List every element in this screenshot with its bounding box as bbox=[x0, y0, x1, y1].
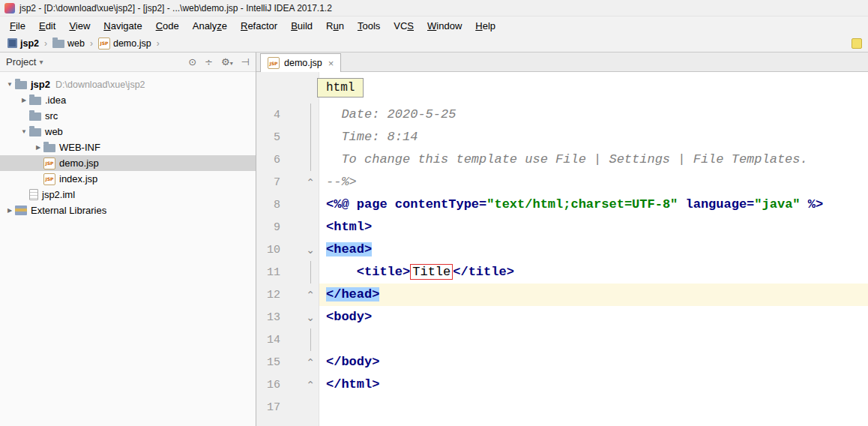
code-line-content[interactable]: To change this template use File | Setti… bbox=[319, 148, 868, 171]
fold-marker[interactable]: ⌄ bbox=[304, 238, 317, 261]
tab-label: demo.jsp bbox=[284, 58, 322, 68]
code-line-content[interactable]: <head> bbox=[319, 238, 868, 261]
fold-guide-line bbox=[310, 261, 311, 284]
editor-line-15: 15⌃</body> bbox=[256, 351, 868, 374]
chevron-down-icon[interactable]: ▾ bbox=[39, 58, 43, 66]
editor-line-6: 6 To change this template use File | Set… bbox=[256, 148, 868, 171]
nav-bar: jsp2›web›JSPdemo.jsp› bbox=[0, 34, 868, 52]
menu-item-refactor[interactable]: Refactor bbox=[234, 18, 284, 34]
settings-gear-icon[interactable]: ⚙▾ bbox=[221, 56, 233, 68]
chevron-right-icon[interactable]: ▶ bbox=[33, 144, 43, 151]
line-number: 17 bbox=[261, 401, 280, 414]
code-token: Title bbox=[410, 264, 453, 280]
editor-body[interactable]: 4 Date: 2020-5-255 Time: 8:146 To change… bbox=[256, 72, 868, 426]
tree-item-external-libraries[interactable]: ▶External Libraries bbox=[0, 202, 256, 218]
code-line-content[interactable]: Time: 8:14 bbox=[319, 126, 868, 148]
menu-item-view[interactable]: View bbox=[62, 18, 97, 34]
folder-icon bbox=[52, 40, 64, 48]
chevron-right-icon: › bbox=[90, 38, 93, 49]
menu-item-tools[interactable]: Tools bbox=[351, 18, 387, 34]
fold-marker[interactable]: ⌃ bbox=[304, 284, 317, 306]
chevron-down-icon[interactable]: ▼ bbox=[4, 81, 15, 88]
breadcrumb-label: web bbox=[67, 38, 85, 49]
chevron-down-icon[interactable]: ▼ bbox=[19, 128, 29, 135]
project-panel-title[interactable]: Project bbox=[6, 56, 36, 68]
tree-item-web[interactable]: ▼web bbox=[0, 124, 256, 140]
gutter-cell: 6 bbox=[256, 148, 319, 171]
tree-item-demo-jsp[interactable]: JSPdemo.jsp bbox=[0, 155, 256, 171]
menu-bar: FileEditViewNavigateCodeAnalyzeRefactorB… bbox=[0, 16, 868, 34]
code-line-content[interactable] bbox=[319, 396, 868, 418]
menu-mnemonic: N bbox=[103, 20, 110, 32]
chevron-right-icon: › bbox=[157, 38, 160, 49]
gutter-cell: 13⌄ bbox=[256, 306, 319, 328]
gutter-cell: 8 bbox=[256, 194, 319, 216]
tag-tooltip: html bbox=[317, 78, 364, 98]
gutter-cell: 12⌃ bbox=[256, 284, 319, 306]
chevron-right-icon[interactable]: ▶ bbox=[4, 207, 15, 214]
code-line-content[interactable]: <html> bbox=[319, 216, 868, 238]
folder-icon bbox=[29, 128, 41, 136]
code-line-content[interactable]: <title>Title</title> bbox=[319, 261, 868, 284]
breadcrumb-item-web[interactable]: web bbox=[51, 38, 86, 50]
menu-item-help[interactable]: Help bbox=[468, 18, 502, 34]
code-line-content[interactable]: --%> bbox=[319, 171, 868, 194]
fold-marker[interactable]: ⌃ bbox=[304, 171, 317, 194]
breadcrumb-item-demo-jsp[interactable]: JSPdemo.jsp bbox=[97, 37, 153, 50]
tab-demo-jsp[interactable]: JSP demo.jsp × bbox=[260, 53, 341, 72]
code-token: </head> bbox=[326, 287, 379, 302]
code-line-content[interactable]: Date: 2020-5-25 bbox=[319, 104, 868, 126]
menu-item-build[interactable]: Build bbox=[284, 18, 319, 34]
tree-item-jsp2-iml[interactable]: jsp2.iml bbox=[0, 187, 256, 202]
jsp-file-icon: JSP bbox=[98, 38, 110, 50]
tree-item-label: WEB-INF bbox=[59, 142, 100, 153]
menu-item-analyze[interactable]: Analyze bbox=[186, 18, 234, 34]
jsp-file-icon: JSP bbox=[43, 173, 55, 185]
menu-item-run[interactable]: Run bbox=[319, 18, 351, 34]
code-token: </html> bbox=[326, 377, 379, 392]
gutter-cell: 9 bbox=[256, 216, 319, 238]
code-token: --%> bbox=[326, 175, 357, 189]
notification-icon[interactable] bbox=[852, 38, 862, 49]
menu-mnemonic: F bbox=[10, 20, 16, 32]
scroll-from-source-icon[interactable]: ⊙ bbox=[188, 56, 196, 68]
tree-item-jsp2[interactable]: ▼jsp2D:\download\xue\jsp2 bbox=[0, 76, 256, 92]
tree-item-index-jsp[interactable]: JSPindex.jsp bbox=[0, 171, 256, 187]
fold-guide-line bbox=[310, 148, 311, 171]
fold-marker[interactable]: ⌄ bbox=[304, 306, 317, 328]
menu-item-file[interactable]: File bbox=[3, 18, 32, 34]
menu-item-code[interactable]: Code bbox=[149, 18, 186, 34]
menu-item-window[interactable]: Window bbox=[421, 18, 468, 34]
menu-item-vcs[interactable]: VCS bbox=[387, 18, 421, 34]
code-line-content[interactable]: <body> bbox=[319, 306, 868, 328]
tree-item-label: jsp2.iml bbox=[42, 189, 75, 200]
line-number: 6 bbox=[261, 154, 280, 166]
tree-item-idea[interactable]: ▶.idea bbox=[0, 92, 256, 108]
fold-marker[interactable]: ⌃ bbox=[304, 351, 317, 374]
gutter-cell: 14 bbox=[256, 328, 319, 351]
tree-item-src[interactable]: src bbox=[0, 108, 256, 124]
close-icon[interactable]: × bbox=[328, 58, 334, 69]
fold-marker[interactable]: ⌃ bbox=[304, 374, 317, 396]
library-icon bbox=[15, 206, 27, 215]
breadcrumb-label: jsp2 bbox=[20, 38, 39, 49]
fold-guide bbox=[304, 126, 317, 148]
menu-mnemonic: W bbox=[427, 20, 436, 32]
line-number: 4 bbox=[261, 109, 280, 122]
collapse-all-icon[interactable]: ÷ bbox=[205, 56, 213, 68]
breadcrumb-item-jsp2[interactable]: jsp2 bbox=[6, 38, 40, 50]
code-line-content[interactable]: </html> bbox=[319, 374, 868, 396]
menu-item-navigate[interactable]: Navigate bbox=[97, 18, 148, 34]
menu-item-edit[interactable]: Edit bbox=[32, 18, 62, 34]
code-line-content[interactable]: </body> bbox=[319, 351, 868, 374]
code-line-content[interactable]: </head> bbox=[319, 284, 868, 306]
chevron-right-icon[interactable]: ▶ bbox=[19, 97, 29, 104]
hide-panel-icon[interactable]: ⊣ bbox=[241, 56, 250, 68]
fold-guide-line bbox=[310, 328, 311, 351]
fold-guide bbox=[304, 148, 317, 171]
code-token: </body> bbox=[326, 355, 379, 369]
tree-item-web-inf[interactable]: ▶WEB-INF bbox=[0, 140, 256, 155]
code-line-content[interactable]: <%@ page contentType="text/html;charset=… bbox=[319, 194, 868, 216]
folder-icon bbox=[15, 81, 27, 89]
code-line-content[interactable] bbox=[319, 328, 868, 351]
